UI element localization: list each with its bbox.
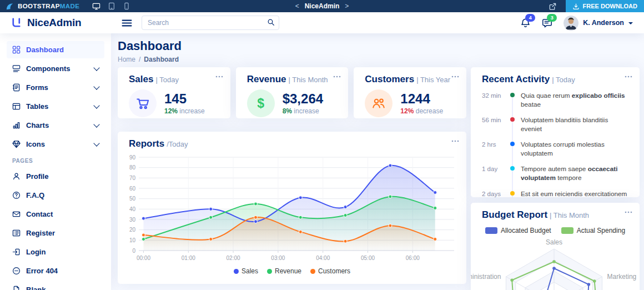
- sidebar-item-label: Contact: [26, 210, 53, 218]
- app-logo[interactable]: NiceAdmin: [0, 17, 119, 29]
- svg-text:01:00: 01:00: [182, 255, 195, 261]
- sidebar-item-label: Profile: [26, 172, 48, 181]
- svg-text:50: 50: [129, 196, 136, 202]
- sidebar-item-dashboard[interactable]: Dashboard: [7, 41, 104, 58]
- demo-topbar-left: BOOTSTRAPMADE: [0, 2, 130, 11]
- card-delta: 12% increase: [164, 107, 205, 115]
- sidebar-item-components[interactable]: Components: [7, 60, 104, 77]
- breadcrumb-current: Dashboard: [144, 56, 179, 63]
- svg-text:Administration: Administration: [471, 273, 501, 281]
- card-menu-button[interactable]: [451, 137, 460, 146]
- activity-time: 2 days: [482, 188, 507, 198]
- activity-rail: [507, 114, 517, 138]
- sidebar-item-label: Components: [26, 64, 70, 73]
- chevron-down-icon: [93, 102, 99, 108]
- sidebar-item-charts[interactable]: Charts: [7, 117, 104, 134]
- next-template-arrow[interactable]: >: [345, 2, 349, 10]
- card-title-text: Sales: [129, 74, 153, 84]
- profile-menu[interactable]: K. Anderson: [564, 16, 633, 31]
- svg-text:30: 30: [129, 217, 136, 223]
- activity-rail: [507, 163, 517, 187]
- sidebar-item-tables[interactable]: Tables: [7, 98, 104, 115]
- card-menu-button[interactable]: [624, 72, 633, 81]
- legend-label: Allocated Budget: [501, 227, 551, 234]
- sidebar-item-register[interactable]: Register: [7, 224, 104, 242]
- table-icon: [12, 102, 21, 111]
- card-list-icon: [12, 229, 21, 237]
- legend-item-actual-spending[interactable]: Actual Spending: [561, 227, 625, 234]
- search-icon[interactable]: [267, 18, 275, 26]
- reports-title-text: Reports: [129, 138, 164, 149]
- svg-text:Marketing: Marketing: [607, 273, 637, 281]
- card-menu-button[interactable]: [624, 208, 633, 217]
- sidebar-section-label: PAGES: [12, 158, 99, 164]
- legend-item-sales[interactable]: Sales: [234, 267, 258, 275]
- notifications-button[interactable]: 4: [520, 18, 531, 28]
- free-download-button[interactable]: FREE DOWNLOAD: [566, 0, 644, 12]
- demo-topbar-right: FREE DOWNLOAD: [549, 0, 644, 12]
- delta-percent: 12%: [400, 107, 414, 115]
- activity-text: Tempore autem saepe occaecati voluptatem…: [517, 163, 631, 187]
- grid-icon: [12, 46, 21, 54]
- activity-text: Quia quae rerum explicabo officiis beata…: [517, 89, 631, 114]
- bootstrapmade-brand-link[interactable]: BOOTSTRAPMADE: [18, 3, 79, 9]
- header-right: 4 3 K. Anderson: [520, 16, 644, 31]
- legend-dot: [267, 269, 272, 274]
- tablet-preview-icon[interactable]: [108, 2, 115, 10]
- breadcrumb-home[interactable]: Home: [118, 56, 135, 63]
- activity-time: 56 min: [482, 114, 507, 138]
- sidebar-item-forms[interactable]: Forms: [7, 79, 104, 96]
- sidebar-item-label: Tables: [26, 102, 48, 111]
- file-earmark-icon: [12, 286, 21, 290]
- card-values: $3,2648% increase: [283, 92, 323, 115]
- legend-item-customers[interactable]: Customers: [310, 267, 350, 275]
- card-title: Sales| Today: [118, 67, 230, 85]
- card-filter-text: | Today: [155, 76, 178, 84]
- activity-time: 1 day: [482, 163, 507, 187]
- sidebar-item-blank[interactable]: Blank: [7, 281, 104, 290]
- brand-bold-text: BOOTSTRAP: [18, 3, 60, 9]
- sidebar-item-contact[interactable]: Contact: [7, 206, 104, 223]
- search-form: [142, 16, 279, 30]
- sidebar-item-error-404[interactable]: Error 404: [7, 262, 104, 279]
- legend-label: Sales: [242, 267, 258, 275]
- reports-card-title: Reports/Today: [118, 132, 466, 149]
- svg-text:90: 90: [129, 154, 136, 161]
- legend-item-revenue[interactable]: Revenue: [267, 267, 301, 275]
- delta-percent: 8%: [283, 107, 292, 115]
- prev-template-arrow[interactable]: <: [295, 2, 299, 10]
- cart-icon: [129, 89, 157, 117]
- card-menu-button[interactable]: [215, 72, 224, 81]
- dash-circle-icon: [12, 267, 21, 275]
- phone-preview-icon[interactable]: [123, 2, 130, 10]
- legend-dot: [310, 269, 315, 274]
- sidebar-item-f-a-q[interactable]: F.A.Q: [7, 187, 104, 204]
- desktop-preview-icon[interactable]: [92, 2, 100, 11]
- sidebar-item-login[interactable]: Login: [7, 243, 104, 261]
- sidebar-toggle-icon[interactable]: [121, 17, 133, 29]
- activity-item: 56 minVoluptatem blanditiis blanditiis e…: [482, 114, 631, 138]
- sidebar-item-profile[interactable]: Profile: [7, 168, 104, 185]
- card-menu-button[interactable]: [451, 72, 460, 81]
- legend-item-allocated-budget[interactable]: Allocated Budget: [485, 227, 551, 234]
- activity-time: 2 hrs: [482, 138, 507, 163]
- open-external-icon[interactable]: [549, 2, 557, 11]
- sidebar-item-label: F.A.Q: [26, 191, 44, 199]
- budget-radar-chart: SalesMarketingAdministration: [471, 236, 640, 290]
- delta-direction: increase: [178, 107, 205, 115]
- search-input[interactable]: [142, 16, 279, 30]
- box-arrow-in-right-icon: [12, 248, 21, 256]
- card-values: 14512% increase: [164, 92, 205, 115]
- activity-rail: [507, 138, 517, 163]
- svg-text:00:00: 00:00: [137, 255, 150, 261]
- messages-button[interactable]: 3: [542, 18, 552, 28]
- download-icon: [572, 3, 580, 10]
- card-menu-button[interactable]: [333, 72, 341, 81]
- user-name: K. Anderson: [583, 19, 624, 27]
- sidebar-item-icons[interactable]: Icons: [7, 136, 104, 153]
- journal-icon: [12, 83, 21, 92]
- delta-direction: decrease: [414, 107, 443, 115]
- components-icon: [12, 64, 21, 73]
- activity-dot: [510, 191, 515, 196]
- legend-label: Actual Spending: [577, 227, 625, 234]
